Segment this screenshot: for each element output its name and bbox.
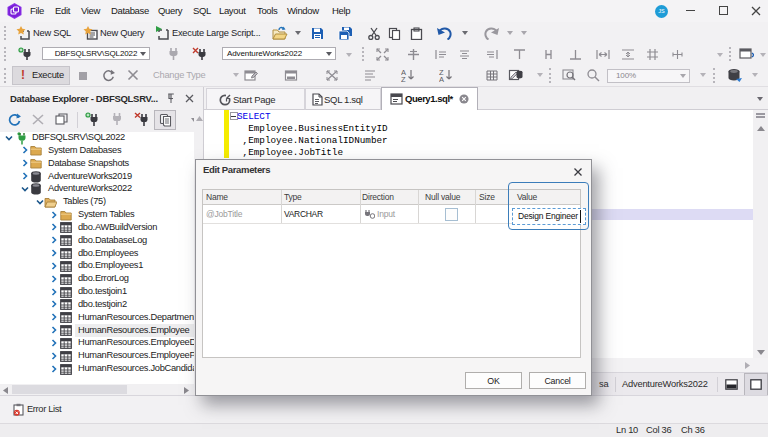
svg-text:A: A	[439, 75, 444, 82]
svg-text:Z: Z	[401, 75, 406, 82]
